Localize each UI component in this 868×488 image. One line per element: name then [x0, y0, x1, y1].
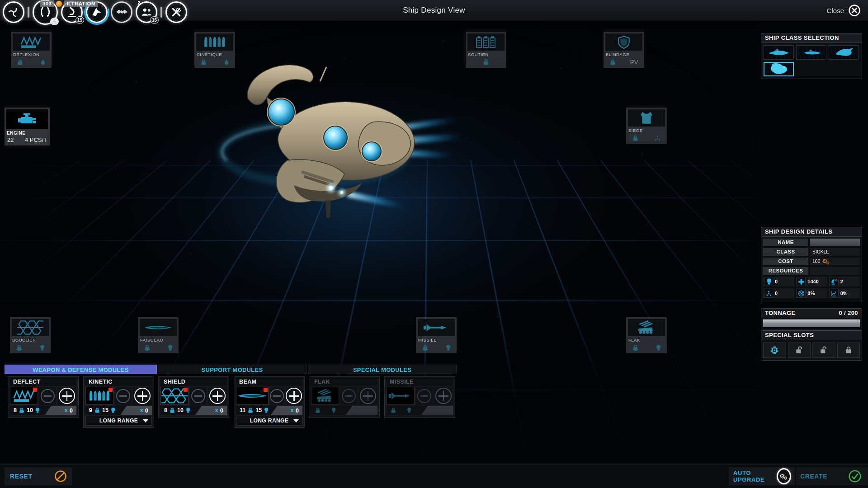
empire-icon[interactable]: 2 16 [136, 1, 157, 23]
range-dropdown[interactable]: LONG RANGE [236, 416, 302, 426]
new-indicator [184, 388, 188, 392]
reset-button[interactable]: RESET [5, 467, 72, 485]
deflect-module-icon[interactable] [10, 387, 38, 405]
auto-upgrade-button[interactable]: AUTO UPGRADE ⚙⚙ [729, 467, 795, 485]
create-button[interactable]: CREATE [796, 467, 868, 485]
ship-class-option-2[interactable] [796, 45, 826, 60]
siege-vest-icon [628, 109, 665, 127]
ship-class-option-1[interactable] [764, 45, 794, 60]
radar-icon [830, 277, 839, 286]
module-count: x 0 [120, 406, 152, 415]
fist-icon [445, 344, 451, 351]
remove-module-button[interactable] [270, 387, 284, 405]
fist-icon [264, 407, 269, 413]
new-indicator [108, 388, 113, 392]
footer-bar: RESET AUTO UPGRADE ⚙⚙ CREATE [0, 464, 868, 488]
hull-slot-missile[interactable]: MISSILE [416, 317, 457, 353]
module-title: SHIELD [160, 378, 227, 386]
special-slots-panel: SPECIAL SLOTS [761, 330, 862, 361]
research-badge: 15 [75, 16, 84, 24]
hull-slot-siege[interactable]: SIEGE [626, 108, 667, 144]
reset-slash-icon [54, 470, 67, 483]
tab-weapon-defense-modules[interactable]: WEAPON & DEFENSE MODULES [5, 365, 157, 374]
hull-slot-deflexion[interactable]: DÉFLEXION [11, 32, 52, 68]
fist-icon [167, 344, 173, 351]
power-value: 10 [177, 407, 184, 413]
counter-value: 303 [40, 0, 54, 7]
design-details-panel: SHIP DESIGN DETAILS NAME CLASS SICKLE CO… [761, 227, 862, 301]
slot-label: DÉFLEXION [13, 52, 49, 57]
resource-scan: 2 [829, 277, 860, 286]
slot-label: ENGINE [7, 131, 47, 136]
special-slots-header: SPECIAL SLOTS [761, 331, 862, 340]
spread-icon [764, 289, 773, 298]
add-module-button[interactable] [208, 387, 227, 405]
hull-slot-flak[interactable]: FLAK [626, 317, 667, 353]
name-label: NAME [763, 239, 808, 246]
special-slot-chip[interactable] [763, 343, 786, 358]
create-label: CREATE [800, 473, 827, 480]
hull-slot-soutien[interactable]: SOUTIEN [466, 32, 506, 68]
range-dropdown[interactable]: LONG RANGE [85, 416, 152, 426]
ship-class-option-3[interactable] [829, 45, 859, 60]
cost-label: COST [763, 258, 808, 265]
resource-evasion: 0% [829, 288, 860, 298]
cost-value: 100 [812, 258, 821, 265]
hull-slot-engine[interactable]: ENGINE 22 4 PCS/T [5, 108, 50, 145]
tools-icon[interactable] [165, 1, 187, 23]
shield-module-icon[interactable] [160, 387, 189, 405]
tab-special-modules[interactable]: SPECIAL MODULES [308, 365, 457, 374]
weight-icon [632, 135, 639, 141]
design-details-header: SHIP DESIGN DETAILS [761, 227, 862, 237]
module-stats [387, 406, 453, 415]
slot-label: BOUCLIER [12, 338, 48, 343]
hull-slot-cinetique[interactable]: CINÉTIQUE [194, 32, 235, 68]
slot-label: BLINDAGE [606, 52, 642, 57]
kinetic-module-icon[interactable] [85, 387, 113, 405]
power-value: 15 [102, 407, 108, 413]
weight-value: 8 [164, 407, 167, 413]
special-slot-unlocked-2[interactable] [812, 343, 835, 358]
empire-badge-bottom: 16 [150, 16, 159, 24]
remove-module-button[interactable] [39, 387, 56, 405]
add-module-button[interactable] [133, 387, 152, 405]
beam-module-icon[interactable] [236, 387, 269, 405]
module-title: FLAK [311, 378, 377, 386]
weight-value: 11 [240, 407, 245, 413]
close-button[interactable]: Close [827, 0, 861, 21]
hull-slot-bouclier[interactable]: BOUCLIER [10, 317, 51, 353]
ship-class-option-4-selected[interactable] [764, 62, 794, 76]
close-label: Close [827, 7, 844, 14]
module-count: x 0 [45, 406, 76, 415]
module-count: x 0 [271, 406, 302, 415]
auto-upgrade-label: AUTO UPGRADE [733, 469, 777, 483]
remove-module-button[interactable] [190, 387, 206, 405]
special-slot-unlocked-1[interactable] [788, 343, 811, 358]
weight-icon [169, 407, 175, 413]
remove-module-button[interactable] [115, 387, 131, 405]
add-module-button[interactable] [57, 387, 76, 405]
diplomacy-icon[interactable] [111, 1, 132, 23]
hull-slot-faisceau[interactable]: FAISCEAU [138, 317, 179, 353]
hull-slot-blindage[interactable]: BLINDAGE PV [604, 32, 644, 68]
kinetic-icon [196, 33, 233, 51]
module-title: DEFLECT [10, 378, 76, 386]
weight-value: 8 [14, 407, 17, 413]
create-check-icon [848, 469, 862, 483]
slot-label: MISSILE [418, 338, 454, 343]
galaxy-icon[interactable] [3, 1, 24, 23]
hp-label: PV [630, 59, 638, 66]
ship-design-view: Ship Design View Close 303 ILTRATION ⋯ 1… [0, 0, 868, 488]
dust-drop-icon [40, 59, 46, 66]
fist-icon [110, 407, 115, 413]
close-icon[interactable] [848, 4, 861, 17]
module-title: MISSILE [387, 378, 453, 386]
tab-support-modules[interactable]: SUPPORT MODULES [158, 365, 307, 374]
new-indicator [33, 388, 37, 392]
engine-speed: 4 PCS/T [25, 136, 47, 143]
name-input[interactable] [810, 239, 860, 246]
deflection-icon [13, 33, 50, 51]
ship-3d-view[interactable] [212, 54, 466, 223]
add-module-button[interactable] [286, 387, 302, 405]
auto-upgrade-gears-icon: ⚙⚙ [777, 468, 791, 484]
